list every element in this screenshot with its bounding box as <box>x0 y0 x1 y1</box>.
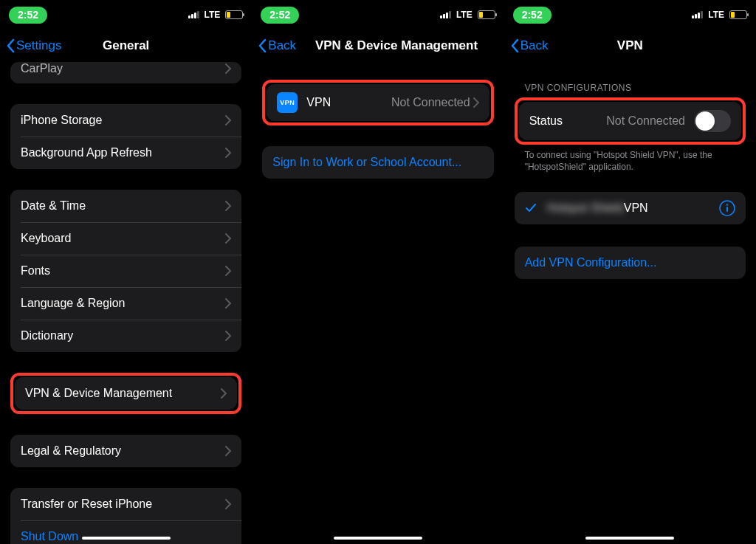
screen-vpn-device: 2:52 LTE Back VPN & Device Management VP… <box>252 0 504 544</box>
row-dictionary[interactable]: Dictionary <box>10 320 241 352</box>
vpn-status-value: Not Connected <box>391 96 470 109</box>
group-config: Hotspot Shield VPN <box>515 192 746 224</box>
status-bar: 2:52 LTE <box>0 0 252 30</box>
network-label: LTE <box>205 10 221 20</box>
battery-icon <box>729 10 747 19</box>
screen-vpn: 2:52 LTE Back VPN VPN CONFIGURATIONS Sta… <box>504 0 756 544</box>
chevron-right-icon <box>225 499 231 509</box>
group-legal: Legal & Regulatory <box>10 435 241 467</box>
chevron-right-icon <box>225 148 231 158</box>
home-indicator[interactable] <box>585 537 674 540</box>
row-transfer-reset[interactable]: Transfer or Reset iPhone <box>10 488 241 520</box>
content: VPN VPN Not Connected Sign In to Work or… <box>252 62 504 544</box>
chevron-right-icon <box>473 97 479 108</box>
row-label: Keyboard <box>21 232 225 245</box>
chevron-right-icon <box>225 115 231 125</box>
battery-icon <box>225 10 243 19</box>
row-label: CarPlay <box>21 62 225 75</box>
chevron-right-icon <box>225 298 231 309</box>
content: VPN CONFIGURATIONS Status Not Connected … <box>504 62 756 544</box>
row-keyboard[interactable]: Keyboard <box>10 222 241 255</box>
row-label: VPN <box>306 96 391 109</box>
time-pill: 2:52 <box>261 7 299 24</box>
back-label: Back <box>520 38 549 53</box>
row-label: Legal & Regulatory <box>21 444 225 458</box>
signal-icon <box>188 11 199 18</box>
row-label: Sign In to Work or School Account... <box>272 156 483 169</box>
status-right: LTE <box>692 10 747 20</box>
nav-bar: Back VPN & Device Management <box>252 30 504 62</box>
row-label: Transfer or Reset iPhone <box>21 497 225 511</box>
nav-bar: Settings General <box>0 30 252 62</box>
row-label: Add VPN Configuration... <box>525 256 735 269</box>
row-label: Status <box>529 114 607 128</box>
row-label: VPN & Device Management <box>25 387 221 400</box>
home-indicator[interactable] <box>334 537 422 540</box>
config-name: Hotspot Shield VPN <box>547 202 713 215</box>
nav-title: VPN & Device Management <box>289 38 504 53</box>
highlight-vpn-row: VPN VPN Not Connected <box>262 80 493 125</box>
info-icon[interactable] <box>719 200 735 216</box>
highlight-status: Status Not Connected <box>515 97 746 145</box>
row-vpn[interactable]: VPN VPN Not Connected <box>267 84 489 121</box>
row-shut-down[interactable]: Shut Down <box>10 520 241 544</box>
status-right: LTE <box>188 10 244 20</box>
chevron-right-icon <box>221 388 227 399</box>
network-label: LTE <box>456 10 472 20</box>
section-header: VPN CONFIGURATIONS <box>515 83 746 97</box>
row-label: Fonts <box>21 264 225 278</box>
row-add-config[interactable]: Add VPN Configuration... <box>515 247 746 279</box>
battery-icon <box>478 10 495 19</box>
screen-general: 2:52 LTE Settings General CarPlay iPhone… <box>0 0 252 544</box>
chevron-right-icon <box>225 233 231 244</box>
group-carplay: CarPlay <box>10 62 241 83</box>
footer-note: To connect using "Hotspot Shield VPN", u… <box>515 145 746 173</box>
row-vpn-device[interactable]: VPN & Device Management <box>15 377 237 410</box>
row-background-refresh[interactable]: Background App Refresh <box>10 137 241 169</box>
chevron-right-icon <box>225 266 231 276</box>
row-vpn-config[interactable]: Hotspot Shield VPN <box>515 192 746 224</box>
row-label: Background App Refresh <box>21 146 225 159</box>
chevron-right-icon <box>225 63 231 74</box>
row-iphone-storage[interactable]: iPhone Storage <box>10 104 241 137</box>
chevron-right-icon <box>225 201 231 211</box>
signal-icon <box>440 11 451 18</box>
back-button[interactable]: Back <box>258 38 296 53</box>
group-datetime: Date & Time Keyboard Fonts Language & Re… <box>10 190 241 352</box>
home-indicator[interactable] <box>82 537 171 540</box>
row-label: iPhone Storage <box>21 114 225 127</box>
config-name-visible: VPN <box>624 202 648 215</box>
status-bar: 2:52 LTE <box>252 0 504 30</box>
svg-point-1 <box>726 204 728 206</box>
group-storage: iPhone Storage Background App Refresh <box>10 104 241 169</box>
highlight-vpn-device: VPN & Device Management <box>10 373 241 414</box>
row-signin[interactable]: Sign In to Work or School Account... <box>262 146 493 179</box>
chevron-right-icon <box>225 331 231 341</box>
network-label: LTE <box>708 10 724 20</box>
row-label: Dictionary <box>21 329 225 342</box>
time-pill: 2:52 <box>9 7 47 24</box>
chevron-left-icon <box>6 38 15 53</box>
nav-bar: Back VPN <box>504 30 756 62</box>
chevron-right-icon <box>225 446 231 456</box>
chevron-left-icon <box>510 38 519 53</box>
row-fonts[interactable]: Fonts <box>10 255 241 287</box>
back-button[interactable]: Settings <box>6 38 61 53</box>
row-date-time[interactable]: Date & Time <box>10 190 241 222</box>
row-legal[interactable]: Legal & Regulatory <box>10 435 241 467</box>
status-value: Not Connected <box>606 114 685 128</box>
checkmark-icon <box>525 202 537 214</box>
chevron-left-icon <box>258 38 267 53</box>
back-label: Settings <box>16 38 61 53</box>
content: CarPlay iPhone Storage Background App Re… <box>0 62 252 544</box>
status-toggle[interactable] <box>694 110 731 132</box>
signal-icon <box>692 11 703 18</box>
group-signin: Sign In to Work or School Account... <box>262 146 493 179</box>
row-status: Status Not Connected <box>519 102 741 140</box>
group-add-config: Add VPN Configuration... <box>515 247 746 279</box>
row-language-region[interactable]: Language & Region <box>10 287 241 320</box>
row-carplay[interactable]: CarPlay <box>10 62 241 83</box>
back-button[interactable]: Back <box>510 38 549 53</box>
vpn-icon: VPN <box>277 92 298 113</box>
status-right: LTE <box>440 10 495 20</box>
